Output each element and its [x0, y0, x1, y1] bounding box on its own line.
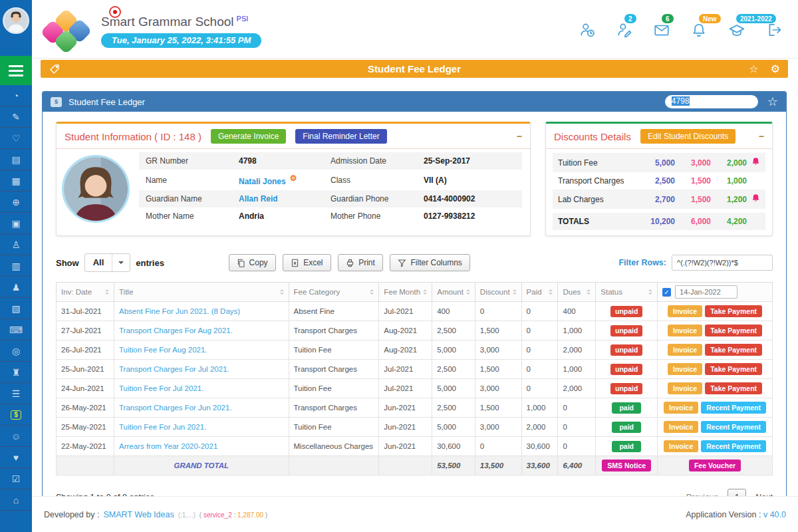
favorite-star-icon[interactable]: ☆ — [749, 63, 758, 75]
recent-payment-button[interactable]: Recent Payment — [701, 421, 766, 433]
user-avatar[interactable] — [3, 7, 29, 34]
student-settings-gear-icon[interactable]: ⚙ — [290, 174, 297, 183]
invoice-button[interactable]: Invoice — [664, 440, 698, 452]
recent-payment-button[interactable]: Recent Payment — [701, 440, 766, 452]
fee-title-link[interactable]: Tuition Fee For Aug 2021. — [119, 346, 207, 354]
sort-arrows-icon[interactable] — [513, 287, 517, 297]
date-filter-checkbox[interactable]: ✓ — [662, 288, 671, 297]
column-header-title[interactable]: Title — [114, 283, 289, 302]
column-header-fee-month[interactable]: Fee Month — [379, 283, 432, 302]
cell-fee-category: Tuition Fee — [289, 379, 379, 398]
take-payment-button[interactable]: Take Payment — [705, 325, 762, 336]
student-search-input[interactable]: 4798 — [665, 95, 758, 108]
copy-button[interactable]: Copy — [229, 254, 276, 271]
sort-arrows-icon[interactable] — [466, 287, 470, 297]
sidebar-item-fee-collection[interactable]: ▤ — [0, 149, 32, 170]
column-header-label: Paid — [527, 288, 542, 296]
sidebar-item-website[interactable]: ⊕ — [0, 192, 32, 213]
sort-arrows-icon[interactable] — [549, 287, 553, 297]
sidebar-item-dashboard[interactable]: ◔ — [0, 85, 32, 106]
field-value[interactable]: Natali Jones⚙ — [239, 174, 331, 186]
take-payment-button[interactable]: Take Payment — [705, 363, 762, 375]
sidebar-item-students[interactable]: ♙ — [0, 234, 32, 255]
sidebar-item-attendance[interactable]: ▥ — [0, 255, 32, 277]
take-payment-button[interactable]: Take Payment — [705, 344, 762, 356]
column-header-dues[interactable]: Dues — [558, 283, 596, 302]
column-header-fee-category[interactable]: Fee Category — [289, 283, 379, 302]
invoice-button[interactable]: Invoice — [664, 402, 698, 414]
session-icon[interactable]: 2021-2022 — [728, 21, 746, 39]
sidebar-item-gallery[interactable]: ▧ — [0, 298, 32, 319]
sms-notice-button[interactable]: SMS Notice — [602, 460, 651, 471]
discount-bell-icon[interactable] — [747, 157, 760, 168]
fee-title-link[interactable]: Transport Charges For Aug 2021. — [119, 327, 233, 334]
column-header-status[interactable]: Status — [596, 283, 658, 302]
sidebar-item-student-admission[interactable]: ✎ — [0, 106, 32, 128]
sort-arrows-icon[interactable] — [587, 287, 591, 297]
sort-arrows-icon[interactable] — [105, 287, 109, 297]
fee-title-link[interactable]: Tuition Fee For Jul 2021. — [119, 384, 203, 392]
panel-star-icon[interactable]: ☆ — [767, 94, 778, 109]
sidebar-item-library[interactable]: ☰ — [0, 383, 32, 404]
invoice-button[interactable]: Invoice — [668, 363, 702, 375]
sort-arrows-icon[interactable] — [648, 287, 652, 297]
collapse-student-card-button[interactable]: − — [517, 131, 522, 142]
sidebar-item-exams[interactable]: ▣ — [0, 213, 32, 234]
take-payment-button[interactable]: Take Payment — [705, 382, 762, 394]
menu-toggle-button[interactable] — [0, 56, 32, 85]
sidebar-item-campus[interactable]: ♜ — [0, 362, 32, 383]
column-header-amount[interactable]: Amount — [432, 283, 475, 302]
sidebar-item-id-cards[interactable]: ▦ — [0, 170, 32, 192]
developer-link[interactable]: SMART Web Ideas — [103, 510, 174, 519]
sidebar-item-staff[interactable]: ♟ — [0, 277, 32, 298]
filter-columns-button[interactable]: Filter Columns — [390, 254, 469, 271]
discount-bell-icon[interactable] — [747, 194, 760, 205]
notifications-bell-icon[interactable]: New — [690, 21, 708, 39]
sort-arrows-icon[interactable] — [280, 287, 284, 297]
settings-gears-icon[interactable]: ⚙ — [771, 63, 780, 75]
sidebar-item-alumni[interactable]: ⌂ — [0, 489, 32, 511]
invoice-button[interactable]: Invoice — [668, 305, 702, 317]
logout-icon[interactable] — [766, 21, 783, 39]
totals-discount: 6,000 — [675, 217, 711, 226]
sidebar-item-computer-lab[interactable]: ⌨ — [0, 319, 32, 340]
enquiry-icon[interactable]: 2 — [616, 21, 633, 39]
edit-discounts-button[interactable]: Edit Student Discounts — [640, 129, 735, 144]
fee-title-link[interactable]: Absent Fine For Jun 2021. (8 Days) — [119, 307, 240, 315]
sidebar-item-accounts[interactable]: ◎ — [0, 340, 32, 362]
filter-rows-input[interactable] — [672, 255, 773, 271]
sidebar-item-support[interactable]: ☺ — [0, 426, 32, 447]
fee-title-link[interactable]: Tuition Fee For Jun 2021. — [119, 423, 206, 431]
page-size-select[interactable]: All — [84, 253, 131, 272]
sidebar-item-health[interactable]: ♡ — [0, 128, 32, 149]
fee-title-link[interactable]: Transport Charges For Jun 2021. — [119, 404, 232, 412]
visitor-log-icon[interactable] — [579, 21, 596, 39]
field-value[interactable]: Allan Reid — [239, 194, 331, 203]
column-header-inv-date[interactable]: Inv: Date — [57, 283, 114, 302]
take-payment-button[interactable]: Take Payment — [705, 305, 762, 317]
messages-icon[interactable]: 6 — [653, 21, 670, 39]
invoice-button[interactable]: Invoice — [668, 325, 702, 336]
recent-payment-button[interactable]: Recent Payment — [701, 402, 766, 414]
date-filter-input[interactable] — [675, 285, 737, 299]
table-row: 24-Jun-2021Tuition Fee For Jul 2021.Tuit… — [57, 379, 773, 398]
invoice-button[interactable]: Invoice — [664, 421, 698, 433]
fee-title-link[interactable]: Transport Charges For Jul 2021. — [119, 365, 229, 373]
fee-voucher-button[interactable]: Fee Voucher — [689, 460, 741, 471]
invoice-button[interactable]: Invoice — [668, 382, 702, 394]
grand-total-row: GRAND TOTAL53,50013,50033,6006,400SMS No… — [57, 456, 773, 475]
print-button[interactable]: Print — [338, 254, 383, 271]
fee-title-link[interactable]: Arrears from Year 2020-2021 — [119, 442, 217, 450]
sidebar-item-health-card[interactable]: ♥ — [0, 447, 32, 468]
sort-arrows-icon[interactable] — [423, 287, 427, 297]
excel-button[interactable]: Excel — [283, 254, 331, 271]
final-reminder-button[interactable]: Final Reminder Letter — [295, 129, 386, 144]
column-header-discount[interactable]: Discount — [475, 283, 521, 302]
sidebar-item-tasks[interactable]: ☑ — [0, 468, 32, 489]
sort-arrows-icon[interactable] — [370, 287, 374, 297]
collapse-discounts-card-button[interactable]: − — [759, 131, 764, 142]
sidebar-item-fee-ledger[interactable]: $ — [0, 404, 32, 426]
column-header-paid[interactable]: Paid — [521, 283, 558, 302]
invoice-button[interactable]: Invoice — [668, 344, 702, 356]
generate-invoice-button[interactable]: Generate Invoice — [211, 129, 286, 144]
